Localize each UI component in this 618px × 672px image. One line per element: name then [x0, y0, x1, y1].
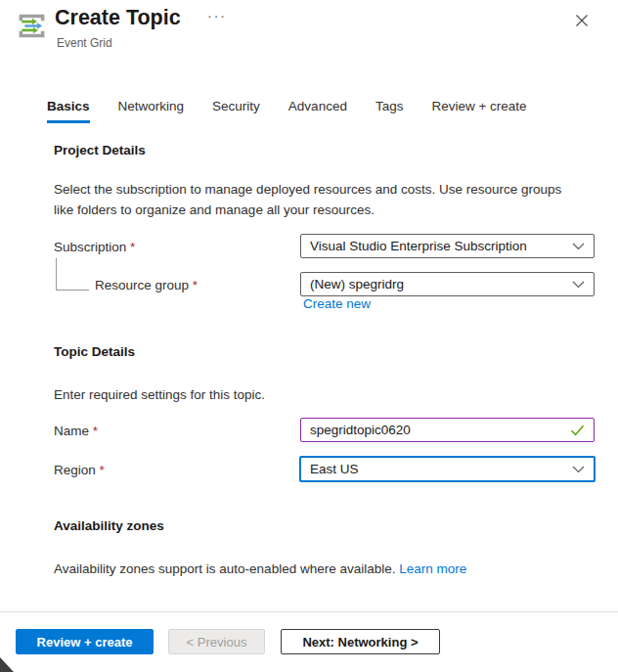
region-dropdown[interactable]: East US	[299, 456, 596, 482]
tab-tags[interactable]: Tags	[375, 99, 404, 123]
name-label: Name *	[54, 424, 98, 438]
create-new-link[interactable]: Create new	[303, 296, 371, 311]
subscription-label-text: Subscription	[54, 240, 126, 254]
region-label-text: Region	[54, 463, 96, 477]
required-asterisk: *	[93, 424, 98, 438]
resource-group-dropdown[interactable]: (New) spegridrg	[300, 272, 595, 296]
required-asterisk: *	[193, 278, 198, 292]
name-input[interactable]	[310, 423, 570, 437]
availability-zones-text: Availability zones support is auto-enabl…	[54, 561, 395, 576]
page-title: Create Topic	[55, 6, 181, 30]
topic-details-heading: Topic Details	[54, 344, 135, 359]
tab-advanced[interactable]: Advanced	[288, 99, 347, 123]
more-options-button[interactable]: ···	[207, 8, 227, 23]
resource-group-connector-line	[56, 258, 89, 291]
chevron-down-icon	[572, 281, 585, 289]
project-details-heading: Project Details	[54, 143, 146, 157]
region-label: Region *	[54, 463, 105, 477]
tab-networking[interactable]: Networking	[118, 99, 185, 123]
chevron-down-icon	[572, 466, 585, 473]
subscription-dropdown[interactable]: Visual Studio Enterprise Subscription	[300, 234, 595, 258]
region-value: East US	[310, 462, 359, 476]
subscription-label: Subscription *	[54, 240, 135, 254]
resource-group-value: (New) spegridrg	[310, 277, 404, 291]
tab-strip: Basics Networking Security Advanced Tags…	[47, 99, 527, 123]
create-topic-blade: Create Topic Event Grid ··· Basics Netwo…	[0, 0, 618, 672]
required-asterisk: *	[130, 240, 135, 254]
tab-review-create[interactable]: Review + create	[431, 99, 526, 123]
previous-button[interactable]: < Previous	[168, 629, 265, 654]
close-icon[interactable]	[572, 11, 592, 30]
topic-details-description: Enter required settings for this topic.	[54, 384, 566, 405]
next-networking-button[interactable]: Next: Networking >	[281, 629, 440, 654]
resource-group-label-text: Resource group	[95, 278, 189, 292]
learn-more-link[interactable]: Learn more	[399, 561, 466, 576]
validation-check-icon	[570, 425, 585, 436]
review-create-button[interactable]: Review + create	[16, 629, 154, 654]
footer-divider	[0, 611, 618, 612]
availability-zones-heading: Availability zones	[54, 518, 164, 533]
availability-zones-description: Availability zones support is auto-enabl…	[54, 559, 566, 579]
resource-group-label: Resource group *	[95, 278, 198, 292]
tab-security[interactable]: Security	[212, 99, 260, 123]
chevron-down-icon	[572, 243, 585, 250]
event-grid-icon	[16, 10, 48, 42]
required-asterisk: *	[100, 463, 105, 477]
page-subtitle: Event Grid	[57, 36, 112, 50]
name-label-text: Name	[54, 424, 89, 438]
project-details-description: Select the subscription to manage deploy…	[54, 179, 566, 220]
mouse-cursor-fragment	[0, 657, 14, 672]
subscription-value: Visual Studio Enterprise Subscription	[310, 239, 527, 253]
name-field[interactable]	[300, 418, 595, 442]
tab-basics[interactable]: Basics	[47, 99, 90, 123]
